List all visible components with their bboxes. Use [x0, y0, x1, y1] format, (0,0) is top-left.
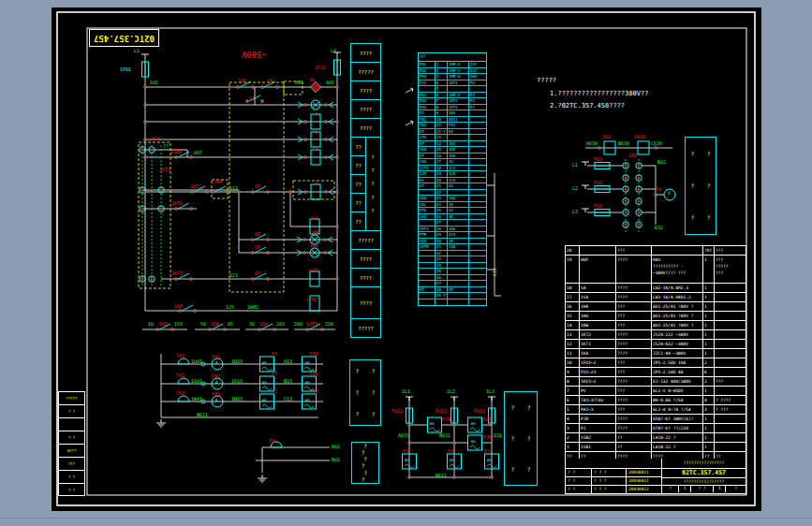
schematic-label: A	[215, 399, 218, 403]
schematic-label: 1KT2	[171, 271, 183, 276]
schematic-label: 1L3	[486, 389, 495, 394]
bom-row: 161HR???AD1-25/41 ?80V ?1	[566, 302, 746, 312]
bom-row: 4PJR????DX8?-K? 380V(6)?1	[566, 415, 746, 424]
schematic-label: FU1	[594, 157, 602, 162]
function-cell: ????	[351, 81, 380, 100]
schematic-label: N611	[436, 474, 447, 478]
schematic-label: 1HR	[310, 230, 318, 235]
schematic-label: L1	[572, 163, 578, 168]
schematic-label: 1FU1	[120, 67, 131, 72]
drawing-number: 02TC.357.457	[94, 34, 155, 43]
schematic-label: TAx	[269, 439, 277, 444]
schematic-label: 1KT1	[308, 269, 319, 273]
schematic-label: 1KT2	[159, 168, 170, 172]
schematic-label: FU22	[436, 409, 447, 414]
revision-row: ?????	[59, 392, 84, 405]
schematic-label: PJ	[272, 389, 277, 394]
schematic-label: PUR	[483, 417, 492, 422]
legend-text: ? ?	[505, 466, 537, 473]
title-block-description: ???????(1)??????	[662, 478, 746, 486]
function-cell: ????	[351, 100, 380, 119]
schematic-label: B13	[284, 379, 292, 384]
schematic-label: L1	[134, 49, 140, 53]
schematic-label: B631	[439, 433, 450, 438]
legend-text: ? ?	[350, 389, 380, 396]
schematic-label: 2A3	[276, 322, 285, 327]
schematic-label: V	[668, 192, 671, 197]
schematic-label: 1KT2	[171, 201, 183, 206]
schematic-label: 1V13	[231, 379, 243, 384]
schematic-label: PJR	[442, 417, 450, 422]
schematic-label: C13	[284, 397, 292, 402]
function-cell: ??	[351, 194, 365, 212]
schematic-label: 1KU2	[634, 135, 645, 139]
schematic-label: ~380V	[242, 50, 267, 58]
schematic-label: D01	[159, 322, 168, 327]
schematic-label: 1KM	[174, 304, 183, 309]
schematic-label: K32	[655, 226, 663, 230]
schematic-label: PA2	[212, 374, 220, 379]
schematic-label: PV	[656, 187, 661, 192]
schematic-label: PJ	[484, 449, 490, 454]
schematic-label: 1U	[148, 322, 154, 327]
legend-text: ? ?	[350, 368, 380, 374]
window-edge	[0, 518, 812, 519]
bom-table: 20????0????19HQF????HAU ?????????? - ~38…	[565, 245, 746, 460]
bom-row: 18SA????LW2-16/4.6M2.31	[566, 284, 746, 293]
bom-row: 121KT1????JSZ4-022 ~380V1	[566, 340, 746, 349]
legend-text: ? ?	[350, 411, 380, 417]
title-block-row: ? ?? ? ?20030411	[566, 469, 661, 477]
schematic-label: N41	[332, 445, 340, 449]
bom-row: 6TA1~3?TAx????BH-0.66 ?/5A4? ????	[566, 396, 746, 405]
schematic-label: PJR	[309, 389, 317, 394]
schematic-label: 1KU	[602, 135, 611, 139]
legend-text: ? ?	[686, 151, 716, 157]
bom-row: 5PA1~3???6L2-A 0~?A ?/5A3? ???	[566, 405, 746, 415]
schematic-label: Wh	[262, 381, 267, 385]
schematic-label: PA1	[212, 355, 220, 359]
schematic-label: 113	[229, 186, 238, 191]
schematic-label: PA3	[212, 392, 220, 397]
revision-row: ? ?	[59, 405, 84, 418]
schematic-label: 5A	[200, 322, 206, 327]
schematic-label: PJM	[483, 435, 492, 440]
schematic-label: Wh	[305, 399, 310, 402]
schematic-label: 1KM2	[247, 305, 258, 310]
schematic-label: 1W41	[191, 397, 202, 402]
bom-row: 111KA????JZC1-44 ~380V1	[566, 349, 746, 358]
schematic-label: 1U13	[231, 359, 243, 364]
legend-box-energy: ? ?? ?? ?	[504, 391, 538, 486]
legend-box-spare-ct: ? ?? ?? ?	[351, 442, 379, 484]
legend-text: ? ?	[505, 435, 537, 442]
legend-text: ? ?	[352, 456, 378, 469]
schematic-label: A631	[398, 433, 409, 438]
schematic-label: 153	[174, 322, 183, 327]
title-block-company: ????????????????	[662, 459, 746, 469]
note-line-1: 1.?????????????????380V??	[550, 90, 648, 97]
schematic-label: Wh	[405, 459, 409, 462]
schematic-label: 1KT1	[190, 184, 201, 189]
function-cell: ??	[351, 138, 365, 156]
schematic-label: 1U1	[150, 80, 158, 85]
schematic-label: QF	[255, 245, 260, 250]
terminal-row	[419, 300, 486, 306]
bom-row: 11SB1??LA18-22 ?1	[566, 443, 746, 452]
bom-row: 7PV???6L2-V 0~450V1	[566, 387, 746, 396]
schematic-label: A07	[194, 151, 202, 155]
function-table: ???????????????????????????????? ? ? ? ?…	[350, 43, 381, 338]
notes-title: ?????	[537, 77, 648, 84]
schematic-label: Wh	[487, 459, 492, 462]
bom-row: 171SA????LW2-16/4.0401.21	[566, 293, 746, 302]
schematic-label: TA2	[176, 373, 185, 378]
technical-notes: ????? 1.?????????????????380V?? 2.?02TC.…	[537, 77, 648, 114]
schematic-label: Wh	[430, 422, 435, 426]
schematic-label: B630	[618, 141, 629, 146]
schematic-label: PJ	[272, 372, 277, 376]
revision-row: 02??	[59, 445, 84, 458]
bom-row: 81KV1~2????DJ-132 400/380V2???	[566, 377, 746, 387]
schematic-label: Wh	[471, 440, 476, 444]
function-cell: ????	[351, 44, 380, 63]
schematic-label: 1QA	[211, 322, 219, 327]
bom-row: 141HW???AD1-25/41 ?80V ?1	[566, 321, 746, 330]
title-block-row: ? ?? ? ?20030411	[566, 477, 661, 486]
